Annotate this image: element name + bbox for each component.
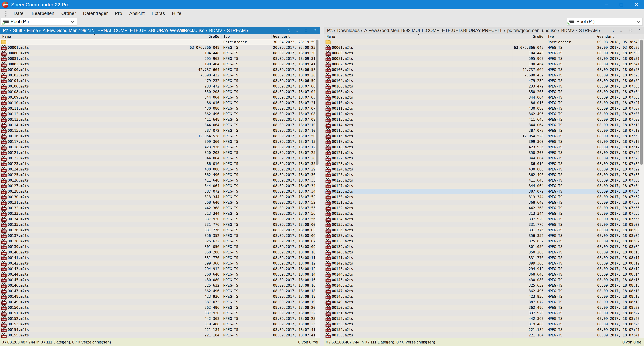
- file-row[interactable]: 00154.m2ts221.184MPEG-TS08.09.2017, 18:0…: [0, 327, 320, 333]
- column-header-type[interactable]: Typ: [222, 34, 272, 39]
- file-row[interactable]: 00141.m2ts331.776MPEG-TS08.09.2017, 18:0…: [324, 255, 644, 261]
- menu-item-hilfe[interactable]: Hilfe: [168, 9, 185, 17]
- breadcrumb-segment[interactable]: Downloads: [336, 28, 361, 33]
- scrollbar-thumb[interactable]: [640, 39, 643, 165]
- breadcrumb-segment[interactable]: Stuff: [12, 28, 24, 33]
- file-row[interactable]: 00139.m2ts301.056MPEG-TS08.09.2017, 18:0…: [0, 244, 320, 249]
- file-row[interactable]: 00141.m2ts331.776MPEG-TS08.09.2017, 18:0…: [0, 255, 320, 261]
- file-row[interactable]: 00137.m2ts356.352MPEG-TS08.09.2017, 18:0…: [324, 233, 644, 238]
- file-row[interactable]: 00123.m2ts86.016MPEG-TS08.09.2017, 18:07…: [324, 161, 644, 166]
- file-row[interactable]: 00133.m2ts313.344MPEG-TS08.09.2017, 18:0…: [324, 211, 644, 216]
- breadcrumb-segment[interactable]: STREAM: [578, 28, 600, 33]
- file-row[interactable]: 00138.m2ts325.632MPEG-TS08.09.2017, 18:0…: [324, 238, 644, 244]
- file-row[interactable]: 00111.m2ts430.080MPEG-TS08.09.2017, 18:0…: [324, 106, 644, 111]
- file-row[interactable]: 00137.m2ts356.352MPEG-TS08.09.2017, 18:0…: [0, 233, 320, 238]
- file-row[interactable]: 00082.m2ts190.464MPEG-TS08.09.2017, 18:0…: [324, 61, 644, 67]
- file-row[interactable]: 00144.m2ts368.640MPEG-TS08.09.2017, 18:0…: [324, 272, 644, 277]
- file-row[interactable]: 00153.m2ts319.488MPEG-TS08.09.2017, 18:0…: [0, 321, 320, 327]
- file-row[interactable]: 00104.m2ts479.232MPEG-TS08.09.2017, 18:0…: [324, 78, 644, 83]
- file-row[interactable]: 00140.m2ts350.208MPEG-TS08.09.2017, 18:0…: [324, 249, 644, 255]
- file-row[interactable]: 00142.m2ts399.360MPEG-TS08.09.2017, 18:0…: [0, 261, 320, 266]
- file-row[interactable]: 00110.m2ts86.016MPEG-TS08.09.2017, 18:07…: [324, 100, 644, 106]
- restore-button[interactable]: [614, 0, 629, 9]
- file-row[interactable]: 00116.m2ts12.054.528MPEG-TS08.09.2017, 1…: [0, 133, 320, 139]
- file-row[interactable]: 00125.m2ts362.496MPEG-TS08.09.2017, 18:0…: [324, 172, 644, 178]
- file-row[interactable]: 00136.m2ts331.776MPEG-TS08.09.2017, 18:0…: [324, 227, 644, 233]
- file-row[interactable]: 00147.m2ts362.496MPEG-TS08.09.2017, 18:0…: [324, 288, 644, 294]
- file-row[interactable]: 00132.m2ts442.368MPEG-TS08.09.2017, 18:0…: [0, 205, 320, 211]
- vertical-scrollbar[interactable]: [315, 39, 320, 338]
- parent-row[interactable]: ..Dateiordner09.03.2018, 05:38:49: [324, 39, 644, 45]
- file-row[interactable]: 00131.m2ts368.640MPEG-TS08.09.2017, 18:0…: [324, 200, 644, 205]
- file-row[interactable]: 00100.m2ts42.737.664MPEG-TS08.09.2017, 1…: [324, 67, 644, 72]
- file-row[interactable]: 00109.m2ts344.064MPEG-TS08.09.2017, 18:0…: [0, 94, 320, 100]
- file-row[interactable]: 00080.m2ts104.448MPEG-TS08.09.2017, 18:0…: [0, 50, 320, 56]
- file-row[interactable]: 00123.m2ts86.016MPEG-TS08.09.2017, 18:07…: [0, 161, 320, 166]
- file-row[interactable]: 00100.m2ts42.737.664MPEG-TS08.09.2017, 1…: [0, 67, 320, 72]
- file-row[interactable]: 00080.m2ts104.448MPEG-TS08.09.2017, 18:0…: [324, 50, 644, 56]
- file-row[interactable]: 00147.m2ts362.496MPEG-TS08.09.2017, 18:0…: [0, 288, 320, 294]
- folder-tree-button[interactable]: [628, 28, 632, 33]
- file-row[interactable]: 00121.m2ts350.208MPEG-TS08.09.2017, 18:0…: [324, 150, 644, 155]
- file-row[interactable]: 00132.m2ts442.368MPEG-TS08.09.2017, 18:0…: [324, 205, 644, 211]
- minimize-button[interactable]: ─: [599, 0, 614, 9]
- drive-selector-right[interactable]: ➜ Pool (P:): [567, 18, 643, 25]
- column-header-size[interactable]: Größe: [188, 34, 222, 39]
- file-row[interactable]: 00150.m2ts362.496MPEG-TS08.09.2017, 18:0…: [324, 305, 644, 310]
- file-row[interactable]: 00149.m2ts387.072MPEG-TS08.09.2017, 18:0…: [324, 299, 644, 305]
- file-row[interactable]: 00082.m2ts190.464MPEG-TS08.09.2017, 18:0…: [0, 61, 320, 67]
- file-row[interactable]: 00118.m2ts423.936MPEG-TS08.09.2017, 18:0…: [324, 144, 644, 150]
- file-row[interactable]: 00113.m2ts411.648MPEG-TS08.09.2017, 18:0…: [0, 117, 320, 122]
- file-row[interactable]: 00081.m2ts595.968MPEG-TS08.09.2017, 18:0…: [0, 56, 320, 61]
- file-row[interactable]: 00131.m2ts368.640MPEG-TS08.09.2017, 18:0…: [0, 200, 320, 205]
- file-row[interactable]: 00146.m2ts325.632MPEG-TS08.09.2017, 18:0…: [0, 283, 320, 288]
- file-row[interactable]: 00143.m2ts294.912MPEG-TS08.09.2017, 18:0…: [0, 266, 320, 272]
- file-row[interactable]: 00139.m2ts301.056MPEG-TS08.09.2017, 18:0…: [324, 244, 644, 249]
- file-row[interactable]: 00108.m2ts350.208MPEG-TS08.09.2017, 18:0…: [0, 89, 320, 94]
- file-row[interactable]: 00145.m2ts430.080MPEG-TS08.09.2017, 18:0…: [0, 277, 320, 283]
- menu-item-ordner[interactable]: Ordner: [58, 9, 80, 17]
- column-header-type[interactable]: Typ: [546, 34, 596, 39]
- file-row[interactable]: 00001.m2ts63.076.866.048MPEG-TS20.09.201…: [0, 45, 320, 50]
- file-row[interactable]: 00114.m2ts344.064MPEG-TS08.09.2017, 18:0…: [0, 122, 320, 128]
- column-header-modified[interactable]: Geändert: [272, 34, 320, 39]
- menubar-grip-icon[interactable]: [5, 10, 8, 16]
- file-row[interactable]: 00117.m2ts399.360MPEG-TS08.09.2017, 18:0…: [324, 139, 644, 144]
- scrollbar-thumb[interactable]: [316, 39, 318, 165]
- goto-parent-button[interactable]: ..: [296, 28, 298, 33]
- file-row[interactable]: 00146.m2ts325.632MPEG-TS08.09.2017, 18:0…: [324, 283, 644, 288]
- file-row[interactable]: 00130.m2ts313.344MPEG-TS08.09.2017, 18:0…: [324, 194, 644, 200]
- file-row[interactable]: 00142.m2ts399.360MPEG-TS08.09.2017, 18:0…: [324, 261, 644, 266]
- file-row[interactable]: 00114.m2ts344.064MPEG-TS08.09.2017, 18:0…: [324, 122, 644, 128]
- file-row[interactable]: 00135.m2ts331.776MPEG-TS08.09.2017, 18:0…: [0, 222, 320, 227]
- breadcrumb-segment[interactable]: BDMV: [560, 28, 576, 33]
- file-row[interactable]: 00140.m2ts350.208MPEG-TS08.09.2017, 18:0…: [0, 249, 320, 255]
- file-row[interactable]: 00134.m2ts337.920MPEG-TS08.09.2017, 18:0…: [0, 216, 320, 222]
- goto-root-button[interactable]: \: [612, 28, 614, 33]
- breadcrumb-segment[interactable]: Filme: [25, 28, 40, 33]
- file-row[interactable]: 00122.m2ts344.064MPEG-TS08.09.2017, 18:0…: [324, 155, 644, 161]
- goto-parent-button[interactable]: ..: [620, 28, 622, 33]
- file-row[interactable]: 00136.m2ts331.776MPEG-TS08.09.2017, 18:0…: [0, 227, 320, 233]
- file-row[interactable]: 00113.m2ts411.648MPEG-TS08.09.2017, 18:0…: [324, 117, 644, 122]
- column-header-modified[interactable]: Geändert: [596, 34, 644, 39]
- file-row[interactable]: 00115.m2ts387.072MPEG-TS08.09.2017, 18:0…: [324, 128, 644, 133]
- file-row[interactable]: 00135.m2ts331.776MPEG-TS08.09.2017, 18:0…: [324, 222, 644, 227]
- file-row[interactable]: 00155.m2ts221.184MPEG-TS08.09.2017, 18:0…: [0, 333, 320, 338]
- file-row[interactable]: 00001.m2ts63.076.866.048MPEG-TS20.09.201…: [324, 45, 644, 50]
- file-row[interactable]: 00148.m2ts423.936MPEG-TS08.09.2017, 18:0…: [324, 294, 644, 299]
- file-row[interactable]: 00102.m2ts7.698.432MPEG-TS08.09.2017, 18…: [324, 72, 644, 78]
- file-row[interactable]: 00128.m2ts387.072MPEG-TS08.09.2017, 18:0…: [324, 189, 644, 194]
- file-row[interactable]: 00108.m2ts350.208MPEG-TS08.09.2017, 18:0…: [324, 89, 644, 94]
- breadcrumb-segment[interactable]: A.Few.Good.Men.1992.INTERNAL.COMPLETE.UH…: [41, 28, 206, 33]
- file-row[interactable]: 00154.m2ts221.184MPEG-TS08.09.2017, 18:0…: [324, 327, 644, 333]
- file-row[interactable]: 00115.m2ts387.072MPEG-TS08.09.2017, 18:0…: [0, 128, 320, 133]
- file-row[interactable]: 00150.m2ts362.496MPEG-TS08.09.2017, 18:0…: [0, 305, 320, 310]
- file-row[interactable]: 00143.m2ts294.912MPEG-TS08.09.2017, 18:0…: [324, 266, 644, 272]
- file-row[interactable]: 00116.m2ts12.054.528MPEG-TS08.09.2017, 1…: [324, 133, 644, 139]
- vertical-scrollbar[interactable]: [639, 39, 644, 338]
- column-header-size[interactable]: Größe: [512, 34, 546, 39]
- filter-button[interactable]: *: [314, 28, 316, 33]
- file-row[interactable]: 00127.m2ts344.064MPEG-TS08.09.2017, 18:0…: [0, 183, 320, 189]
- menu-item-pro[interactable]: Pro: [111, 9, 126, 17]
